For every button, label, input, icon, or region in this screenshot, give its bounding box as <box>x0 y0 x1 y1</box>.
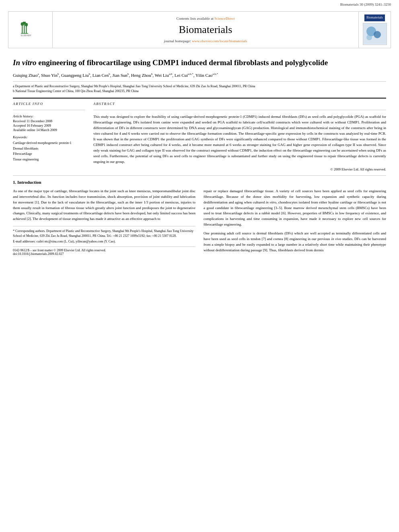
footer-issn: 0142-9612/$ – see front matter © 2009 El… <box>13 249 195 252</box>
article-info-abstract-section: ARTICLE INFO Article history: Received 1… <box>13 98 386 171</box>
abstract-text: This study was designed to explore the f… <box>93 114 386 164</box>
title-normal-part: engineering of fibrocartilage using CDMP… <box>37 58 328 67</box>
svg-rect-6 <box>21 33 28 33</box>
received-date: Received 11 December 2008 <box>13 119 85 123</box>
svg-rect-2 <box>26 25 27 33</box>
biomaterials-cover-image <box>363 23 387 45</box>
journal-reference-bar: Biomaterials 30 (2009) 3241–3250 <box>0 0 399 8</box>
keywords-label: Keywords: <box>13 135 85 139</box>
keywords-list: Cartilage-derived morphogenetic protein-… <box>13 140 85 162</box>
section1-title: 1. Introduction <box>13 180 386 185</box>
sciencedirect-link[interactable]: ScienceDirect <box>214 16 234 21</box>
copyright: © 2009 Elsevier Ltd. All rights reserved… <box>93 167 386 171</box>
keyword-3: Fibrocartilage <box>13 151 85 157</box>
article-info-column: ARTICLE INFO Article history: Received 1… <box>13 102 85 171</box>
article-title: In vitro engineering of fibrocartilage u… <box>13 58 386 68</box>
keyword-1: Cartilage-derived morphogenetic protein-… <box>13 140 85 146</box>
footer-info: 0142-9612/$ – see front matter © 2009 El… <box>13 246 195 256</box>
biomaterials-badge-area: Biomaterials <box>358 12 391 48</box>
affiliation-b: b National Tissue Engineering Center of … <box>13 89 386 94</box>
journal-homepage: journal homepage: www.elsevier.com/locat… <box>164 39 247 43</box>
journal-url[interactable]: www.elsevier.com/locate/biomaterials <box>192 39 247 43</box>
divider2 <box>93 110 386 110</box>
intro-left-text: As one of the major type of cartilage, f… <box>13 189 195 222</box>
svg-point-10 <box>374 31 381 38</box>
intro-right-column: repair or replace damaged fibrocartilage… <box>204 189 386 256</box>
introduction-body: As one of the major type of cartilage, f… <box>13 189 386 256</box>
svg-rect-1 <box>24 23 25 33</box>
section-divider <box>13 175 386 176</box>
intro-right-text-2: One promising adult cell source is derma… <box>204 231 386 253</box>
svg-point-5 <box>25 23 27 27</box>
abstract-column: ABSTRACT This study was designed to expl… <box>93 102 386 171</box>
svg-point-11 <box>366 35 372 40</box>
journal-center-header: Contents lists available at ScienceDirec… <box>53 12 358 48</box>
keyword-4: Tissue engineering <box>13 157 85 162</box>
page: Biomaterials 30 (2009) 3241–3250 ELSEVIE… <box>0 0 399 532</box>
article-content: In vitro engineering of fibrocartilage u… <box>0 51 399 260</box>
intro-right-text: repair or replace damaged fibrocartilage… <box>204 189 386 228</box>
abstract-header: ABSTRACT <box>93 102 386 106</box>
contents-line: Contents lists available at ScienceDirec… <box>177 16 235 21</box>
svg-text:ELSEVIER: ELSEVIER <box>21 34 31 37</box>
affiliations: a Department of Plastic and Reconstructi… <box>13 81 386 94</box>
article-info-header: ARTICLE INFO <box>13 102 85 106</box>
article-history-label: Article history: <box>13 114 85 118</box>
journal-ref-text: Biomaterials 30 (2009) 3241–3250 <box>340 2 391 6</box>
elsevier-tree-icon: ELSEVIER <box>16 22 45 38</box>
footnote-section: * Corresponding authors. Department of P… <box>13 226 195 244</box>
journal-title: Biomaterials <box>179 24 232 36</box>
intro-left-column: As one of the major type of cartilage, f… <box>13 189 195 256</box>
authors-line: Guiqing Zhaoa, Shuo Yinb, Guangpeng Liub… <box>13 72 386 79</box>
email-line: E-mail addresses: cuilei ntc@sina.com (L… <box>13 239 195 244</box>
available-date: Available online 14 March 2009 <box>13 128 85 132</box>
elsevier-logo-area: ELSEVIER <box>8 12 53 48</box>
affiliation-a: a Department of Plastic and Reconstructi… <box>13 84 386 89</box>
accepted-date: Accepted 16 February 2009 <box>13 123 85 127</box>
keyword-2: Dermal fibroblasts <box>13 146 85 152</box>
badge-label: Biomaterials <box>364 14 385 21</box>
svg-rect-0 <box>22 25 23 33</box>
title-italic-part: In vitro <box>13 58 37 67</box>
footer-doi: doi:10.1016/j.biomaterials.2009.02.027 <box>13 252 195 256</box>
journal-header: ELSEVIER Contents lists available at Sci… <box>8 11 391 48</box>
divider1 <box>13 110 85 110</box>
footnote-star-text: * Corresponding authors. Department of P… <box>13 229 195 238</box>
